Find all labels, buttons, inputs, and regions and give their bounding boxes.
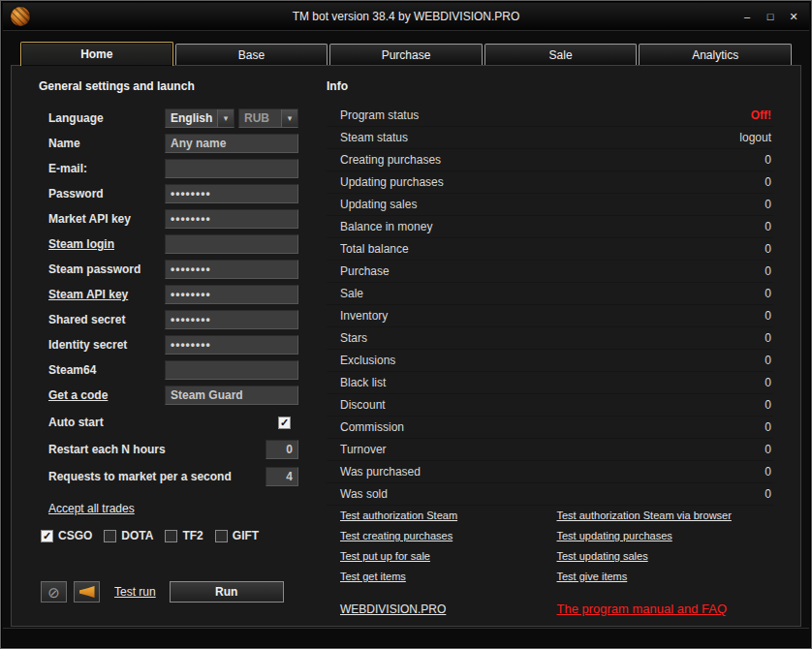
name-label: Name [29,137,165,150]
restart-input[interactable] [265,440,298,459]
game-tf2: TF2 [165,529,203,542]
chevron-down-icon[interactable]: ▾ [217,109,234,127]
info-footer: WEBDIVISION.PRO The program manual and F… [327,602,773,616]
market-api-key-input[interactable] [165,209,298,229]
info-row: Stars0 [327,327,773,350]
close-button[interactable]: ✕ [784,8,803,25]
test-link[interactable]: Test creating purchases [340,530,557,541]
info-label: Balance in money [340,220,432,233]
shared-secret-input[interactable] [165,310,298,329]
tab-sale[interactable]: Sale [484,44,638,65]
test-link[interactable]: Test put up for sale [340,550,557,562]
get-a-code-input[interactable] [165,386,298,405]
form-row: Market API key [29,209,298,229]
dota-checkbox[interactable] [104,530,116,542]
info-row: Balance in money0 [327,216,773,238]
info-row: Commission0 [327,417,773,439]
form-row: Name [29,134,298,153]
game-gift: GIFT [215,529,259,542]
content-panel: General settings and launch Language Eng… [11,65,801,627]
currency-select[interactable]: RUB ▾ [238,108,298,128]
password-input[interactable] [165,184,298,203]
manual-faq-link[interactable]: The program manual and FAQ [557,602,774,616]
identity-secret-label: Identity secret [29,338,165,352]
form-row: Steam password [29,260,298,279]
steam-login-input[interactable] [165,234,298,254]
info-row: Turnover0 [327,439,773,461]
steam-api-key-label[interactable]: Steam API key [29,288,165,301]
steam-password-input[interactable] [165,260,298,279]
minimize-button[interactable]: – [737,8,757,25]
csgo-checkbox[interactable]: ✓ [41,530,53,542]
steam-api-key-input[interactable] [165,285,298,304]
requests-input[interactable] [265,467,298,486]
gift-checkbox[interactable] [215,530,228,542]
info-value: logout [739,131,771,144]
language-row: Language English ▾ RUB ▾ [29,108,298,128]
form-row: Steam login [29,234,298,254]
webdivision-link[interactable]: WEBDIVISION.PRO [340,603,557,616]
test-link[interactable]: Test give items [557,571,774,582]
market-api-key-label: Market API key [29,212,165,226]
info-value: 0 [765,242,771,256]
game-label: TF2 [182,529,203,542]
test-link[interactable]: Test updating sales [557,550,774,562]
info-label: Turnover [340,443,387,456]
identity-secret-input[interactable] [165,335,298,355]
tf2-checkbox[interactable] [165,530,177,542]
launch-buttons-row: ⊘ Test run Run [29,581,298,603]
info-value: 0 [765,331,771,345]
test-link[interactable]: Test authorization Steam via browser [557,510,774,521]
tab-purchase[interactable]: Purchase [329,44,483,65]
horn-button[interactable] [74,581,100,603]
password-label: Password [29,187,165,201]
tab-analytics[interactable]: Analytics [639,44,792,65]
info-row: Sale0 [327,283,773,305]
info-rows: Program statusOff!Steam statuslogoutCrea… [327,105,773,506]
info-value: 0 [765,420,771,434]
language-select[interactable]: English ▾ [165,108,234,128]
get-a-code-label[interactable]: Get a code [29,388,165,402]
requests-label: Requests to market per a second [29,470,265,483]
tab-home[interactable]: Home [20,42,173,66]
game-dota: DOTA [104,529,153,542]
bottom-strip [3,628,809,646]
info-value: 0 [765,220,771,233]
info-label: Program status [340,108,419,122]
info-label: Updating sales [340,198,417,211]
info-label: Exclusions [340,354,395,367]
info-row: Inventory0 [327,305,773,327]
tab-base[interactable]: Base [175,44,328,65]
language-value: English [166,109,217,127]
auto-start-checkbox[interactable]: ✓ [278,417,291,429]
info-label: Steam status [340,131,408,144]
email-input[interactable] [165,159,298,178]
form-row: Password [29,184,298,203]
app-window: TM bot version 38.4 by WEBDIVISION.PRO –… [0,0,812,649]
info-label: Discount [340,398,386,412]
disconnect-button[interactable]: ⊘ [41,581,67,603]
test-link[interactable]: Test authorization Steam [340,510,557,521]
chevron-down-icon[interactable]: ▾ [281,109,297,127]
info-label: Stars [340,331,367,345]
info-label: Commission [340,420,404,434]
maximize-button[interactable]: □ [761,8,780,25]
info-value: Off! [751,108,771,122]
test-link[interactable]: Test updating purchases [557,530,774,541]
tab-bar: HomeBasePurchaseSaleAnalytics [20,44,792,65]
no-sign-icon: ⊘ [47,585,60,600]
info-label: Updating purchases [340,175,444,189]
run-button[interactable]: Run [170,581,284,603]
shared-secret-label: Shared secret [29,313,165,326]
steam64-input[interactable] [165,360,298,380]
check-icon: ✓ [280,417,289,428]
steam-login-label[interactable]: Steam login [29,237,165,251]
test-link[interactable]: Test get items [340,571,557,582]
info-value: 0 [765,398,771,412]
name-input[interactable] [165,134,298,153]
info-row: Updating purchases0 [327,171,773,194]
form-row: Steam64 [29,360,298,380]
test-run-link[interactable]: Test run [114,585,156,599]
accept-all-trades-link[interactable]: Accept all trades [48,502,135,515]
games-row: ✓CSGODOTATF2GIFT [29,529,298,542]
